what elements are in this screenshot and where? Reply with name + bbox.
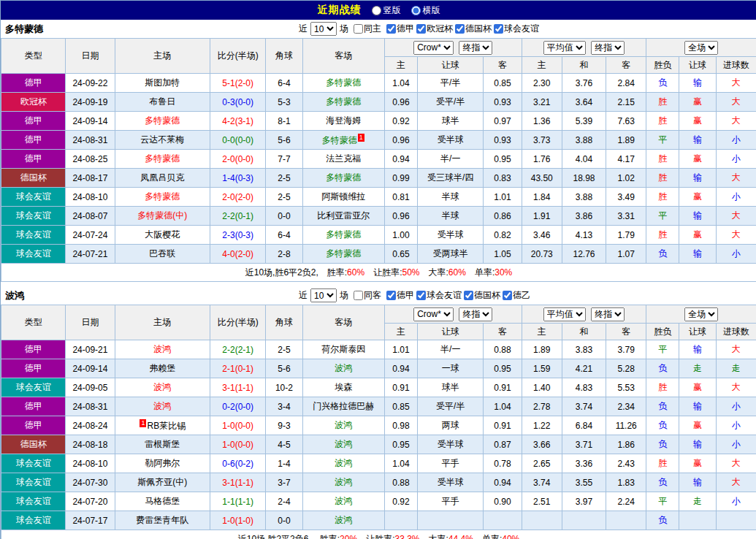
result-wdl-cell: 平	[646, 131, 679, 150]
result-goals-cell: 小	[716, 492, 756, 511]
league-filter-球会友谊[interactable]: 球会友谊	[416, 289, 462, 302]
layout-option-vertical[interactable]: 竖版	[372, 4, 401, 17]
away-team-cell: 门兴格拉德巴赫	[302, 397, 384, 416]
away-team-cell: 波鸿	[302, 416, 384, 435]
eu-away-odds-cell: 5.53	[606, 378, 646, 397]
result-goals-cell: 小	[716, 435, 756, 454]
result-wdl-cell: 胜	[646, 454, 679, 473]
away-team-cell: 阿斯顿维拉	[302, 188, 384, 207]
league-type-cell: 德甲	[1, 74, 66, 93]
ah-line-cell: 受半球	[418, 226, 484, 245]
league-filter-checkbox[interactable]	[503, 291, 512, 300]
bookmaker-select[interactable]: Crow*	[413, 307, 454, 321]
col-header-score: 比分(半场)	[210, 305, 266, 340]
league-filter-德国杯[interactable]: 德国杯	[455, 23, 492, 35]
eu-away-odds-cell: 2.24	[606, 492, 646, 511]
score-cell: 2-2(2-1)	[210, 340, 266, 359]
corner-cell: 2-5	[266, 340, 302, 359]
match-count-select[interactable]: 10	[310, 288, 337, 302]
filter-controls: 近 10 场 同主 德甲欧冠杯德国杯球会友谊	[299, 22, 539, 36]
league-type-cell: 球会友谊	[1, 245, 66, 264]
bookmaker-select[interactable]: Crow*	[413, 41, 454, 55]
handicap-time-select[interactable]: 终指	[459, 307, 492, 321]
result-handicap-cell	[679, 511, 716, 530]
league-filter-checkbox[interactable]	[386, 24, 396, 34]
scope-header: 全场	[646, 305, 756, 324]
summary-stat: 单率:40%	[482, 534, 519, 539]
ah-home-odds-cell: 0.81	[384, 188, 417, 207]
league-type-cell: 欧冠杯	[1, 93, 66, 112]
match-row: 球会友谊24-08-07多特蒙德(中)2-2(0-1)0-0比利亚雷亚尔0.96…	[1, 207, 756, 226]
same-venue-label: 同主	[364, 23, 381, 35]
match-date-cell: 24-09-21	[66, 340, 115, 359]
col-header-type: 类型	[1, 305, 66, 340]
away-team-cell: 波鸿	[302, 435, 384, 454]
home-team-cell: 斯图加特	[115, 74, 210, 93]
league-filter-checkbox[interactable]	[416, 291, 426, 300]
league-filter-德乙[interactable]: 德乙	[503, 289, 530, 302]
match-count-select[interactable]: 10	[310, 22, 337, 36]
sub-header-ah-away: 客	[484, 57, 522, 74]
league-filter-球会友谊[interactable]: 球会友谊	[494, 23, 539, 35]
league-filter-欧冠杯[interactable]: 欧冠杯	[416, 23, 453, 35]
scope-select[interactable]: 全场	[684, 41, 718, 55]
same-venue-checkbox[interactable]	[354, 291, 363, 300]
league-filter-德甲[interactable]: 德甲	[386, 289, 414, 302]
match-date-cell: 24-07-21	[66, 245, 115, 264]
ah-away-odds-cell: 1.04	[484, 397, 522, 416]
same-venue-filter[interactable]: 同主	[354, 23, 381, 35]
result-handicap-cell: 赢	[679, 454, 716, 473]
ah-home-odds-cell: 0.94	[384, 359, 417, 378]
league-filter-checkbox[interactable]	[455, 24, 465, 34]
summary-stat: 单率:30%	[475, 267, 512, 278]
euro-odds-header: 平均值 终指	[522, 305, 646, 324]
ah-line-cell: 受半球	[418, 131, 484, 150]
match-row: 欧冠杯24-09-19布鲁日0-3(0-0)5-3多特蒙德0.96受平/半0.9…	[1, 93, 756, 112]
matches-table: 类型 日期 主场 比分(半场) 角球 客场 Crow* 终指 平均值 终指	[1, 305, 756, 539]
euro-source-select[interactable]: 平均值	[543, 307, 586, 321]
eu-home-odds-cell: 3.73	[522, 131, 562, 150]
league-filter-checkbox[interactable]	[494, 24, 503, 34]
team-filter-bar: 波鸿 近 10 场 同客 德甲球会友谊德国杯德乙	[1, 286, 756, 305]
handicap-odds-header: Crow* 终指	[384, 39, 522, 57]
score-cell: 0-6(0-2)	[210, 454, 266, 473]
euro-time-select[interactable]: 终指	[591, 307, 625, 321]
result-goals-cell: 小	[716, 245, 756, 264]
ah-away-odds-cell: 0.95	[484, 150, 522, 169]
league-filter-checkbox[interactable]	[386, 291, 396, 300]
away-team-cell: 多特蒙德	[302, 245, 384, 264]
eu-draw-odds-cell: 5.39	[562, 112, 606, 131]
layout-option-horizontal[interactable]: 横版	[411, 4, 440, 17]
near-label: 近	[299, 289, 308, 302]
scope-select[interactable]: 全场	[684, 307, 718, 321]
league-filter-checkbox[interactable]	[416, 24, 426, 34]
euro-source-select[interactable]: 平均值	[543, 41, 586, 55]
sub-header-ah-home: 主	[384, 57, 417, 74]
league-filter-德国杯[interactable]: 德国杯	[464, 289, 500, 302]
ah-away-odds-cell: 0.95	[484, 359, 522, 378]
ah-line-cell: 半/一	[418, 150, 484, 169]
euro-time-select[interactable]: 终指	[591, 41, 625, 55]
score-cell: 2-0(2-0)	[210, 188, 266, 207]
corner-cell: 3-7	[266, 473, 302, 492]
score-cell: 4-0(2-0)	[210, 245, 266, 264]
league-filter-德甲[interactable]: 德甲	[386, 23, 414, 35]
ah-away-odds-cell: 0.97	[484, 112, 522, 131]
same-venue-checkbox[interactable]	[354, 24, 363, 34]
home-team-cell: 多特蒙德	[115, 112, 210, 131]
vertical-layout-radio[interactable]	[372, 6, 381, 15]
handicap-time-select[interactable]: 终指	[459, 41, 492, 55]
corner-cell: 2-4	[266, 492, 302, 511]
col-header-date: 日期	[66, 305, 115, 340]
ah-line-cell: 受半球	[418, 473, 484, 492]
match-row: 球会友谊24-07-30斯佩齐亚(中)3-1(1-1)3-7波鸿0.88受半球0…	[1, 473, 756, 492]
ah-away-odds-cell: 0.86	[484, 207, 522, 226]
result-wdl-cell: 胜	[646, 112, 679, 131]
league-filter-label: 德国杯	[465, 23, 492, 35]
ah-line-cell	[418, 511, 484, 530]
league-filter-checkbox[interactable]	[464, 291, 473, 300]
horizontal-layout-radio[interactable]	[411, 6, 421, 15]
same-venue-filter[interactable]: 同客	[354, 289, 381, 302]
corner-cell: 6-4	[266, 226, 302, 245]
summary-cell: 近10场,胜6平2负2,胜率:60%让胜率:50%大率:60%单率:30%	[1, 264, 756, 282]
